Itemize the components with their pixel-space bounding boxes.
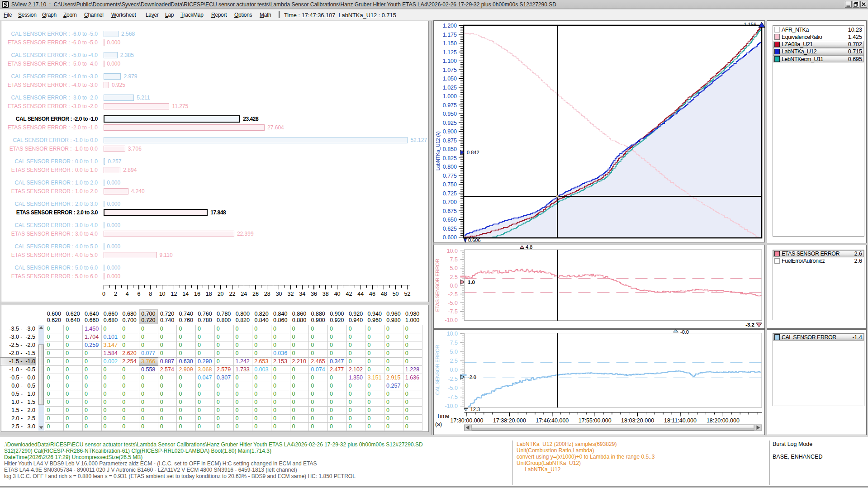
svg-text:1.200: 1.200 [443,23,457,29]
svg-text:-2.0: -2.0 [468,374,476,380]
svg-text:LabNTKa_U12 (λ): LabNTKa_U12 (λ) [435,131,441,171]
svg-text:1.175: 1.175 [443,32,457,38]
svg-text:4.8: 4.8 [526,245,532,250]
svg-text:-7.5: -7.5 [448,308,458,315]
svg-text:10.0: 10.0 [447,248,458,254]
svg-text:0.925: 0.925 [443,120,457,126]
svg-text:0.725: 0.725 [443,190,457,197]
svg-text:0.800: 0.800 [443,164,457,170]
svg-text:5.0: 5.0 [450,265,458,271]
svg-text:0.875: 0.875 [443,137,457,144]
svg-text:Time: Time [436,412,449,419]
svg-text:7.5: 7.5 [450,340,458,346]
svg-text:1.125: 1.125 [443,49,457,56]
svg-text:0.700: 0.700 [443,199,457,205]
svg-text:2.5: 2.5 [450,358,458,364]
svg-text:0.950: 0.950 [443,111,457,117]
svg-text:CAL SENSOR ERROR: CAL SENSOR ERROR [435,345,440,395]
svg-text:1.075: 1.075 [443,67,457,73]
svg-text:0.775: 0.775 [443,173,457,179]
svg-text:0.600: 0.600 [443,234,457,241]
svg-text:-5.0: -5.0 [448,385,458,391]
svg-text:-12.3: -12.3 [469,407,480,412]
svg-text:1.000: 1.000 [443,93,457,99]
svg-text:7.5: 7.5 [450,256,458,263]
svg-text:ETAS SENSOR ERROR: ETAS SENSOR ERROR [435,259,440,312]
svg-text:17:55:00.000: 17:55:00.000 [579,417,612,424]
svg-text:18:11:40.000: 18:11:40.000 [664,417,697,424]
svg-text:10.0: 10.0 [447,331,458,337]
svg-text:0.650: 0.650 [443,217,457,223]
svg-text:0.975: 0.975 [443,102,457,109]
svg-text:0.606: 0.606 [468,237,481,243]
svg-text:1.150: 1.150 [443,40,457,47]
svg-text:1.025: 1.025 [443,85,457,91]
svg-text:0.0: 0.0 [450,367,458,373]
svg-text:0.625: 0.625 [443,226,457,232]
svg-text:-3.2: -3.2 [745,322,754,327]
svg-text:17:38:20.000: 17:38:20.000 [493,417,526,424]
svg-text:0.900: 0.900 [443,128,457,135]
svg-text:1.156: 1.156 [744,22,756,27]
svg-text:0.850: 0.850 [443,146,457,152]
svg-text:-0.0: -0.0 [680,329,689,335]
svg-text:18:03:20.000: 18:03:20.000 [621,417,654,424]
svg-text:0.0: 0.0 [450,283,458,289]
svg-text:-2.5: -2.5 [448,291,458,298]
svg-text:5.0: 5.0 [450,349,458,355]
svg-text:-10.0: -10.0 [445,403,458,409]
svg-text:0.842: 0.842 [467,150,479,155]
svg-text:0.750: 0.750 [443,181,457,188]
svg-text:17:30:00.000: 17:30:00.000 [451,417,484,424]
svg-text:1.100: 1.100 [443,58,457,64]
svg-text:-2.5: -2.5 [448,376,458,382]
svg-text:0.675: 0.675 [443,208,457,214]
svg-text:2.5: 2.5 [450,274,458,280]
svg-text:-5.0: -5.0 [448,300,458,306]
svg-text:18:20:00.000: 18:20:00.000 [707,417,740,424]
svg-text:0.825: 0.825 [443,155,457,161]
svg-text:-7.5: -7.5 [448,394,458,400]
svg-text:(s): (s) [435,421,442,427]
svg-text:-10.0: -10.0 [445,317,458,323]
svg-text:1.0: 1.0 [468,280,475,285]
svg-text:1.050: 1.050 [443,76,457,82]
svg-text:17:46:40.000: 17:46:40.000 [536,417,569,424]
